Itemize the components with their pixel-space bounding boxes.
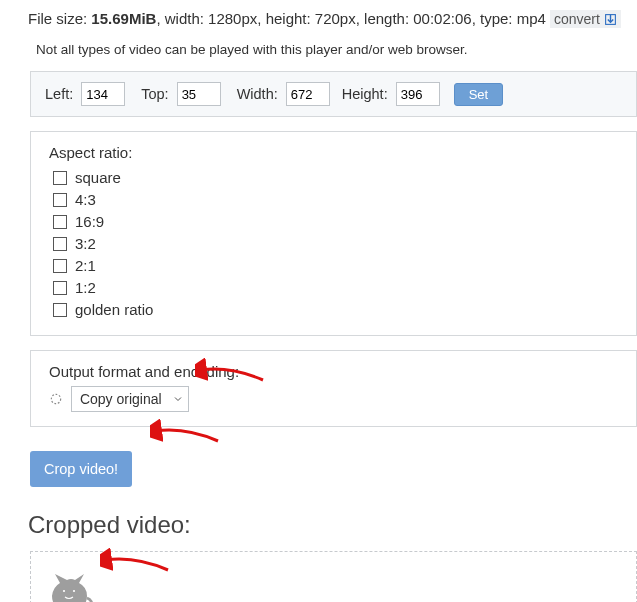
file-size-value: 15.69MiB (91, 10, 156, 27)
aspect-checkbox[interactable] (53, 281, 67, 295)
aspect-option-label: 3:2 (75, 235, 96, 252)
cropped-video-result (30, 551, 637, 602)
cropped-video-heading: Cropped video: (28, 511, 637, 539)
crop-coordinates-panel: Left: Top: Width: Height: Set (30, 71, 637, 117)
aspect-checkbox[interactable] (53, 215, 67, 229)
output-format-select[interactable]: Copy original (71, 386, 189, 412)
aspect-option: 2:1 (49, 255, 618, 277)
aspect-option-label: 4:3 (75, 191, 96, 208)
svg-point-2 (63, 590, 65, 592)
crop-video-button[interactable]: Crop video! (30, 451, 132, 487)
aspect-option-label: 2:1 (75, 257, 96, 274)
aspect-ratio-title: Aspect ratio: (49, 144, 618, 161)
left-label: Left: (45, 86, 73, 102)
file-info-rest: , width: 1280px, height: 720px, length: … (156, 10, 545, 27)
aspect-option: golden ratio (49, 299, 618, 321)
aspect-checkbox[interactable] (53, 303, 67, 317)
aspect-checkbox[interactable] (53, 259, 67, 273)
aspect-ratio-panel: Aspect ratio: square4:316:93:22:11:2gold… (30, 131, 637, 336)
set-button[interactable]: Set (454, 83, 504, 106)
aspect-option: square (49, 167, 618, 189)
height-label: Height: (342, 86, 388, 102)
loading-spinner-icon (49, 392, 63, 406)
svg-point-3 (73, 590, 75, 592)
file-info-line: File size: 15.69MiB, width: 1280px, heig… (28, 10, 637, 28)
chevron-down-icon (172, 393, 184, 405)
compatibility-note: Not all types of video can be played wit… (36, 42, 637, 57)
aspect-checkbox[interactable] (53, 237, 67, 251)
aspect-checkbox[interactable] (53, 193, 67, 207)
aspect-option: 1:2 (49, 277, 618, 299)
width-label: Width: (237, 86, 278, 102)
aspect-checkbox[interactable] (53, 171, 67, 185)
height-input[interactable] (396, 82, 440, 106)
convert-label: convert (554, 11, 600, 27)
aspect-ratio-list: square4:316:93:22:11:2golden ratio (49, 167, 618, 321)
file-size-prefix: File size: (28, 10, 91, 27)
aspect-option-label: square (75, 169, 121, 186)
svg-point-1 (51, 394, 60, 403)
aspect-option-label: 1:2 (75, 279, 96, 296)
aspect-option-label: 16:9 (75, 213, 104, 230)
aspect-option: 4:3 (49, 189, 618, 211)
aspect-option-label: golden ratio (75, 301, 153, 318)
download-icon (604, 13, 617, 26)
output-format-panel: Output format and encoding: Copy origina… (30, 350, 637, 427)
aspect-option: 16:9 (49, 211, 618, 233)
output-format-selected: Copy original (80, 391, 162, 407)
left-input[interactable] (81, 82, 125, 106)
convert-button[interactable]: convert (550, 10, 621, 28)
width-input[interactable] (286, 82, 330, 106)
aspect-option: 3:2 (49, 233, 618, 255)
top-input[interactable] (177, 82, 221, 106)
output-format-title: Output format and encoding: (49, 363, 618, 380)
cat-placeholder-icon (47, 570, 95, 602)
top-label: Top: (141, 86, 168, 102)
